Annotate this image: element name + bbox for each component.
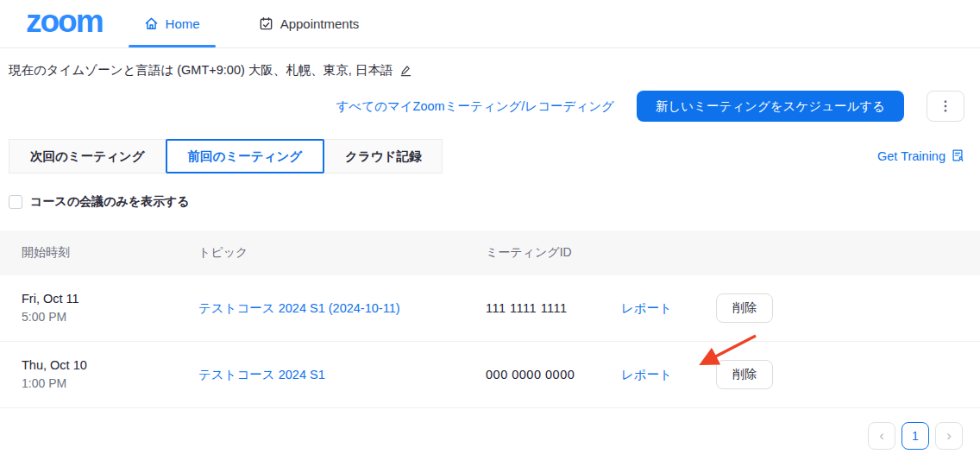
filter-row: コースの会議のみを表示する	[9, 194, 980, 210]
training-doc-icon	[951, 148, 964, 165]
pagination-next-button[interactable]: ›	[935, 422, 963, 450]
column-header-start-time: 開始時刻	[0, 245, 198, 261]
course-only-checkbox[interactable]	[9, 195, 22, 209]
home-icon	[144, 16, 159, 31]
chevron-left-icon: ‹	[879, 427, 884, 445]
meeting-date: Fri, Oct 11	[22, 289, 198, 308]
meeting-id: 111 1111 1111	[486, 301, 621, 315]
pagination: ‹ 1 ›	[0, 422, 980, 450]
tab-previous-meetings-label: 前回のミーティング	[188, 148, 303, 165]
schedule-meeting-button[interactable]: 新しいミーティングをスケジュールする	[637, 91, 904, 122]
table-row: Thu, Oct 10 1:00 PM テストコース 2024 S1 000 0…	[0, 342, 980, 408]
top-navigation: zoom Home Appointments	[0, 0, 980, 48]
actions-row: すべてのマイZoomミーティング/レコーディング 新しいミーティングをスケジュー…	[0, 91, 980, 122]
table-header-row: 開始時刻 トピック ミーティングID	[0, 230, 980, 275]
tab-upcoming-meetings-label: 次回のミーティング	[30, 148, 145, 165]
meeting-tabs-row: 次回のミーティング 前回のミーティング クラウド記録 Get Training	[0, 139, 980, 173]
zoom-logo: zoom	[26, 5, 103, 42]
pagination-prev-button[interactable]: ‹	[868, 422, 895, 450]
timezone-line: 現在のタイムゾーンと言語は (GMT+9:00) 大阪、札幌、東京, 日本語	[0, 48, 980, 79]
report-link-row-2[interactable]: レポート	[621, 368, 672, 381]
tab-previous-meetings[interactable]: 前回のミーティング	[166, 139, 325, 173]
table-row: Fri, Oct 11 5:00 PM テストコース 2024 S1 (2024…	[0, 275, 980, 342]
zoom-lti-page: zoom Home Appointments	[0, 0, 980, 454]
pagination-page-1-button[interactable]: 1	[901, 422, 929, 450]
column-header-topic: トピック	[198, 245, 486, 261]
meeting-time: 5:00 PM	[22, 308, 198, 327]
tab-cloud-recordings[interactable]: クラウド記録	[324, 139, 443, 173]
chevron-right-icon: ›	[946, 427, 952, 445]
course-only-label: コースの会議のみを表示する	[30, 194, 190, 210]
start-time-cell: Thu, Oct 10 1:00 PM	[0, 356, 198, 394]
all-zoom-meetings-link[interactable]: すべてのマイZoomミーティング/レコーディング	[336, 98, 614, 115]
tab-cloud-recordings-label: クラウド記録	[345, 148, 421, 165]
edit-pencil-icon[interactable]	[399, 64, 412, 77]
report-link[interactable]: レポート	[621, 301, 672, 315]
delete-button[interactable]: 削除	[716, 293, 773, 323]
nav-tab-home-label: Home	[166, 16, 200, 31]
more-options-button[interactable]: ⋮	[927, 91, 964, 122]
delete-button[interactable]: 削除	[716, 360, 773, 389]
start-time-cell: Fri, Oct 11 5:00 PM	[0, 289, 198, 327]
topic-link[interactable]: テストコース 2024 S1	[198, 368, 325, 381]
nav-tab-home[interactable]: Home	[139, 0, 205, 47]
meeting-date: Thu, Oct 10	[22, 356, 198, 375]
topic-link[interactable]: テストコース 2024 S1 (2024-10-11)	[198, 301, 400, 315]
tab-upcoming-meetings[interactable]: 次回のミーティング	[9, 139, 166, 173]
timezone-text: 現在のタイムゾーンと言語は (GMT+9:00) 大阪、札幌、東京, 日本語	[9, 62, 393, 79]
meeting-time: 1:00 PM	[22, 375, 198, 394]
get-training-link[interactable]: Get Training	[877, 148, 964, 165]
column-header-meeting-id: ミーティングID	[486, 245, 621, 261]
get-training-label: Get Training	[877, 149, 945, 163]
meeting-id: 000 0000 0000	[486, 368, 621, 381]
meetings-table: 開始時刻 トピック ミーティングID Fri, Oct 11 5:00 PM テ…	[0, 230, 980, 408]
calendar-check-icon	[259, 16, 273, 31]
nav-tab-appointments[interactable]: Appointments	[254, 0, 365, 47]
kebab-menu-icon: ⋮	[939, 98, 952, 113]
nav-tab-appointments-label: Appointments	[280, 16, 360, 31]
